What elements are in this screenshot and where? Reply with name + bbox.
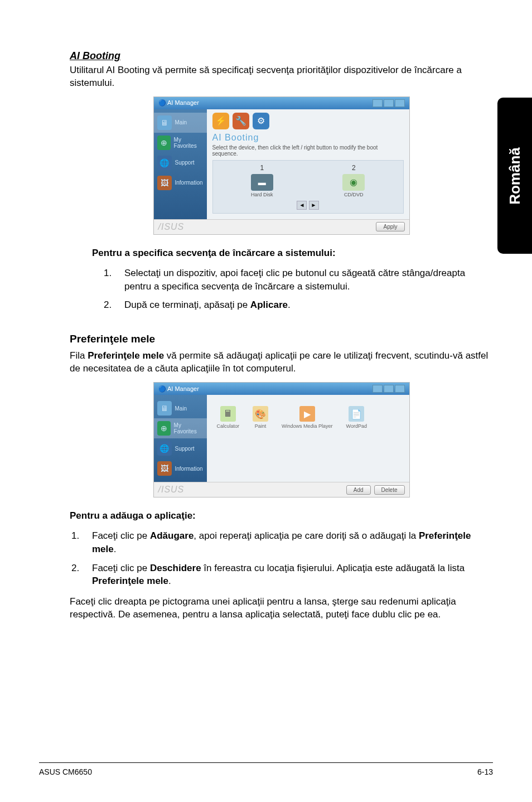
hdd-icon: ▬ [251, 174, 273, 191]
spec-sequence-steps: Selectaţi un dispozitiv, apoi faceţi cli… [114, 267, 493, 312]
delete-button[interactable]: Delete [374, 485, 405, 495]
ai-manager-screenshot-2: 🔵 AI Manager 🖥 Main ⊕ My Favorites 🌐 [153, 382, 410, 497]
fav-calculator[interactable]: 🖩 Calculator [217, 406, 240, 429]
sidebar-item-support[interactable]: 🌐 Support [154, 438, 207, 458]
my-favorites-heading: Preferinţele mele [70, 333, 493, 345]
tool-icon-1[interactable]: ⚡ [212, 113, 229, 129]
sidebar: 🖥 Main ⊕ My Favorites 🌐 Support 🖼 Inform… [154, 395, 207, 482]
step-2: După ce terminaţi, apăsaţi pe Aplicare. [114, 298, 493, 312]
fav-label: WordPad [346, 423, 367, 429]
sidebar-item-information[interactable]: 🖼 Information [154, 173, 207, 193]
minimize-icon[interactable] [373, 385, 383, 393]
wmp-icon: ▶ [299, 406, 315, 422]
favorites-icon: ⊕ [157, 421, 171, 436]
wordpad-icon: 📄 [349, 406, 364, 422]
window-buttons [373, 99, 405, 107]
sidebar-label-main: Main [175, 119, 187, 125]
sidebar-item-support[interactable]: 🌐 Support [154, 153, 207, 173]
sidebar-item-information[interactable]: 🖼 Information [154, 458, 207, 479]
paint-icon: 🎨 [253, 406, 268, 422]
window-buttons [373, 385, 405, 393]
titlebar: 🔵 AI Manager [154, 383, 409, 395]
fav-paint[interactable]: 🎨 Paint [253, 406, 268, 429]
apply-button[interactable]: Apply [376, 222, 404, 231]
tool-icon-3[interactable]: ⚙ [253, 113, 269, 129]
ai-booting-intro: Utilitarul AI Booting vă permite să spec… [70, 64, 493, 90]
add-app-heading: Pentru a adăuga o aplicaţie: [70, 510, 493, 523]
sidebar-item-favorites[interactable]: ⊕ My Favorites [154, 133, 207, 153]
sidebar-label-info: Information [175, 180, 203, 186]
information-icon: 🖼 [157, 176, 172, 190]
sidebar-label-support: Support [175, 160, 195, 166]
main-icon: 🖥 [157, 401, 172, 416]
fav-label: Windows Media Player [282, 423, 333, 429]
sidebar: 🖥 Main ⊕ My Favorites 🌐 Support 🖼 Inform… [154, 109, 207, 219]
tool-icons: ⚡ 🔧 ⚙ [212, 113, 404, 129]
support-icon: 🌐 [157, 156, 172, 170]
ai-booting-heading: AI Booting [70, 50, 493, 62]
add-app-steps: Faceţi clic pe Adăugare, apoi reperaţi a… [82, 529, 493, 588]
minimize-icon[interactable] [373, 99, 383, 107]
fav-label: Paint [255, 423, 267, 429]
app-title: 🔵 AI Manager [158, 99, 199, 107]
arrow-right-button[interactable]: ► [309, 201, 319, 210]
fav-wordpad[interactable]: 📄 WordPad [346, 406, 367, 429]
page-footer: ASUS CM6650 6-13 [39, 762, 493, 776]
boot-device-hdd[interactable]: ▬ Hard Disk [251, 174, 273, 197]
sidebar-label-fav: My Favorites [174, 422, 204, 434]
add-step-1: Faceţi clic pe Adăugare, apoi reperaţi a… [82, 529, 493, 556]
arrow-left-button[interactable]: ◄ [297, 201, 307, 210]
language-tab-label: Română [506, 147, 524, 205]
ai-manager-screenshot-1: 🔵 AI Manager 🖥 Main ⊕ My Favorites 🌐 [153, 96, 410, 235]
fav-wmp[interactable]: ▶ Windows Media Player [282, 406, 333, 429]
sidebar-label-support: Support [175, 446, 195, 452]
close-icon[interactable] [395, 99, 405, 107]
add-step-2: Faceţi clic pe Deschidere în fereastra c… [82, 562, 493, 588]
boot-device-cd[interactable]: ◉ CD/DVD [342, 174, 365, 197]
main-icon: 🖥 [157, 115, 172, 130]
sidebar-item-favorites[interactable]: ⊕ My Favorites [154, 418, 207, 438]
brand-logo: /ISUS [158, 222, 185, 232]
app-title: 🔵 AI Manager [158, 385, 199, 393]
fav-label: Calculator [217, 423, 240, 429]
sidebar-item-main[interactable]: 🖥 Main [154, 113, 207, 133]
add-button[interactable]: Add [346, 485, 371, 495]
sidebar-item-main[interactable]: 🖥 Main [154, 398, 207, 418]
spec-sequence-heading: Pentru a specifica secvenţa de încărcare… [92, 247, 493, 260]
hdd-label: Hard Disk [251, 192, 273, 197]
panel-desc: Select the device, then click the left /… [212, 144, 404, 157]
favorites-icon: ⊕ [157, 136, 171, 150]
sidebar-label-fav: My Favorites [174, 137, 204, 149]
brand-logo: /ISUS [158, 485, 185, 495]
sidebar-label-main: Main [175, 405, 187, 412]
language-tab: Română [497, 98, 532, 254]
close-icon[interactable] [395, 385, 405, 393]
maximize-icon[interactable] [384, 99, 394, 107]
step-1: Selectaţi un dispozitiv, apoi faceţi cli… [114, 267, 493, 293]
boot-order-2: 2 [352, 164, 356, 172]
favorite-apps: 🖩 Calculator 🎨 Paint ▶ Windows Media Pla… [212, 398, 404, 451]
sidebar-label-info: Information [175, 466, 203, 472]
boot-order-1: 1 [260, 164, 264, 172]
calculator-icon: 🖩 [220, 406, 236, 422]
information-icon: 🖼 [157, 461, 172, 476]
boot-area: 1 2 ▬ Hard Disk ◉ CD/DVD [212, 160, 404, 214]
cd-label: CD/DVD [344, 192, 364, 197]
footer-left: ASUS CM6650 [39, 767, 92, 776]
closing-text: Faceţi clic dreapta pe pictograma unei a… [70, 596, 493, 621]
maximize-icon[interactable] [384, 385, 394, 393]
footer-right: 6-13 [477, 767, 493, 776]
tool-icon-2[interactable]: 🔧 [233, 113, 249, 129]
my-favorites-intro: Fila Preferinţele mele vă permite să adă… [70, 350, 493, 375]
support-icon: 🌐 [157, 441, 172, 456]
cd-icon: ◉ [342, 174, 365, 191]
titlebar: 🔵 AI Manager [154, 97, 409, 109]
panel-title: AI Booting [212, 133, 404, 143]
